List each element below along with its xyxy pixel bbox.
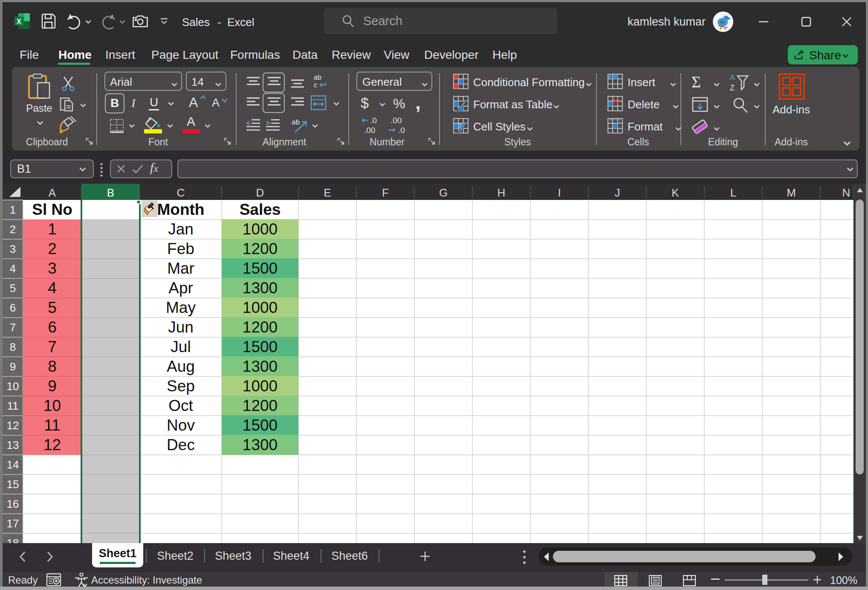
- svg-text:ab: ab: [314, 74, 321, 81]
- svg-text:.0: .0: [370, 116, 377, 125]
- svg-text:A: A: [730, 73, 735, 82]
- svg-text:Z: Z: [730, 84, 735, 92]
- svg-text:.00: .00: [364, 126, 375, 135]
- svg-text:c: c: [314, 81, 317, 89]
- svg-text:.0: .0: [398, 126, 405, 135]
- svg-text:ab: ab: [292, 118, 300, 126]
- svg-text:.00: .00: [391, 116, 402, 125]
- svg-text:X: X: [17, 18, 21, 25]
